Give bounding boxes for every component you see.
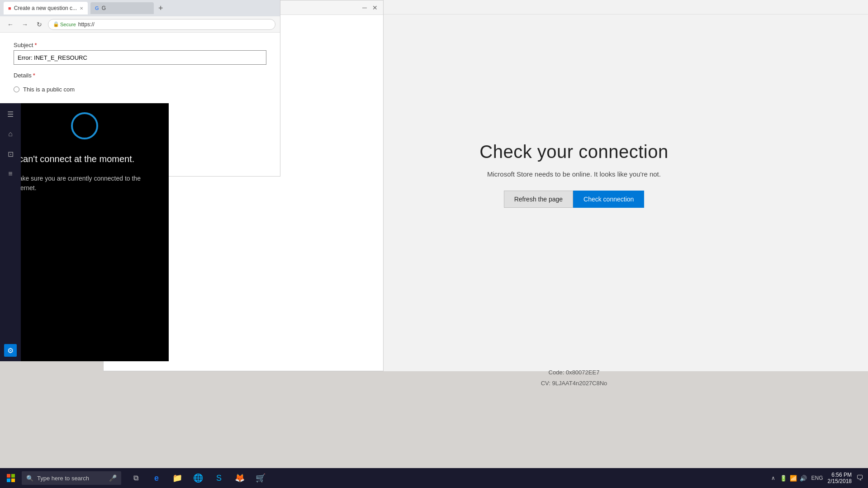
clock-time: 6:56 PM [831, 472, 852, 478]
radio-option: This is a public com [14, 86, 266, 93]
svg-rect-3 [11, 478, 15, 482]
wifi-icon: 📶 [790, 475, 797, 482]
browser-chrome: ■ Create a new question c... ✕ G G + [0, 0, 280, 16]
ms-store-heading: Check your connection [479, 142, 668, 162]
sidebar-menu-icon[interactable]: ☰ [4, 108, 17, 120]
skype-taskbar-button[interactable]: S [209, 468, 229, 488]
cortana-icon [71, 112, 98, 139]
lang-indicator[interactable]: ENG [811, 475, 823, 481]
win-sidebar: ☰ ⌂ ⊡ ≡ ⚙ [0, 103, 21, 361]
refresh-page-button[interactable]: Refresh the page [504, 191, 573, 208]
check-connection-button[interactable]: Check connection [573, 191, 644, 208]
subject-required: * [34, 42, 37, 48]
radio-label: This is a public com [23, 86, 75, 93]
secure-badge: 🔒 Secure [53, 21, 76, 27]
browser-tab-inactive[interactable]: G G [90, 2, 154, 14]
start-button[interactable] [0, 468, 22, 488]
svg-rect-1 [11, 474, 15, 478]
taskview-button[interactable]: ⧉ [126, 468, 146, 488]
tab1-label: Create a new question c... [14, 5, 77, 11]
forward-button[interactable]: → [19, 19, 31, 30]
details-group: Details * [14, 72, 266, 79]
new-tab-button[interactable]: + [158, 4, 163, 13]
system-tray: 🔋 📶 🔊 [780, 475, 807, 482]
microphone-icon: 🎤 [109, 474, 117, 482]
ms-store-buttons: Refresh the page Check connection [504, 191, 645, 208]
radio-input[interactable] [14, 86, 19, 92]
lock-icon: 🔒 [53, 21, 59, 27]
windows-logo [7, 474, 15, 482]
browser-tab-active[interactable]: ■ Create a new question c... ✕ [4, 2, 88, 14]
extra-app-button[interactable]: 🦊 [230, 468, 250, 488]
taskbar-right: ∧ 🔋 📶 🔊 ENG 6:56 PM 2/15/2018 🗨 [771, 472, 868, 484]
taskbar-search[interactable]: 🔍 Type here to search 🎤 [22, 471, 121, 485]
volume-icon: 🔊 [800, 475, 807, 482]
explorer-button[interactable]: 📁 [167, 468, 187, 488]
tab1-close[interactable]: ✕ [80, 6, 83, 11]
subject-input[interactable] [14, 50, 266, 65]
browser-nav: ← → ↻ 🔒 Secure https:// [0, 16, 280, 33]
sidebar-list-icon[interactable]: ≡ [4, 167, 17, 180]
cortana-message: I can't connect at the moment. [14, 153, 134, 165]
skype-close-button[interactable]: ✕ [372, 4, 378, 11]
cortana-icon-wrap [14, 112, 155, 139]
clock-date: 2/15/2018 [828, 478, 852, 484]
sidebar-home-icon[interactable]: ⌂ [4, 128, 17, 140]
subject-group: Subject * [14, 42, 266, 65]
reload-button[interactable]: ↻ [33, 19, 45, 30]
svg-rect-0 [7, 474, 10, 478]
taskbar: 🔍 Type here to search 🎤 ⧉ e 📁 🌐 S 🦊 🛒 ∧ … [0, 468, 868, 488]
cortana-sub: Make sure you are currently connected to… [14, 174, 155, 193]
svg-rect-2 [7, 478, 10, 482]
search-icon: 🔍 [26, 475, 33, 482]
notification-icon[interactable]: 🗨 [856, 474, 863, 482]
tab2-label: G [102, 5, 106, 11]
chevron-up-icon[interactable]: ∧ [771, 475, 775, 481]
back-button[interactable]: ← [5, 19, 16, 30]
chrome-button[interactable]: 🌐 [188, 468, 208, 488]
ms-store-body-text: Microsoft Store needs to be online. It l… [487, 169, 661, 180]
skype-minimize-button[interactable]: ─ [362, 4, 367, 11]
subject-label: Subject * [14, 42, 266, 48]
address-bar[interactable]: 🔒 Secure https:// [48, 19, 275, 30]
tab2-favicon: G [95, 5, 99, 11]
cortana-panel: I can't connect at the moment. Make sure… [0, 103, 169, 361]
sidebar-inbox-icon[interactable]: ⊡ [4, 148, 17, 160]
secure-text: Secure [60, 22, 76, 27]
taskbar-clock[interactable]: 6:56 PM 2/15/2018 [828, 472, 852, 484]
taskbar-apps: ⧉ e 📁 🌐 S 🦊 🛒 [126, 468, 270, 488]
cv-code: CV: 9LJAAT4n2027C8No [280, 378, 868, 388]
url-text: https:// [78, 21, 95, 28]
sidebar-settings-icon[interactable]: ⚙ [4, 344, 17, 357]
store-button[interactable]: 🛒 [251, 468, 270, 488]
tab1-favicon: ■ [8, 5, 11, 11]
ie-button[interactable]: e [147, 468, 166, 488]
details-label: Details * [14, 72, 266, 79]
battery-icon: 🔋 [780, 475, 787, 482]
search-placeholder: Type here to search [37, 475, 89, 482]
